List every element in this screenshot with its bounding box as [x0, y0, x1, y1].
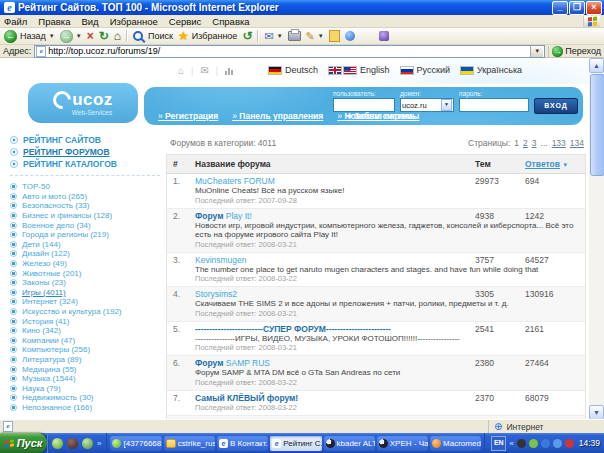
sidebar-category-link[interactable]: Города и регионы (219) — [10, 230, 160, 240]
site-stats-icon[interactable] — [225, 67, 233, 75]
menu-item[interactable]: Справка — [212, 16, 249, 27]
maximize-button[interactable]: ❐ — [569, 1, 585, 15]
header-nav-link[interactable]: Панель управления — [232, 111, 323, 121]
app-blue-tray-icon[interactable] — [541, 439, 550, 448]
sidebar-category-link[interactable]: Авто и мото (265) — [10, 192, 160, 202]
forum-title-link[interactable]: ------------------------СУПЕР ФОРУМ-----… — [195, 324, 391, 334]
back-dropdown-icon[interactable]: ▼ — [49, 33, 55, 39]
sidebar-category-link[interactable]: Бизнес и финансы (128) — [10, 211, 160, 221]
language-link[interactable]: English — [328, 65, 390, 75]
forum-title-link[interactable]: MuCheaters FORUM — [195, 176, 275, 186]
sidebar-category-link[interactable]: Железо (49) — [10, 259, 160, 269]
scrollbar-thumb[interactable] — [590, 74, 604, 176]
sidebar-section-link[interactable]: РЕЙТИНГ ФОРУМОВ — [10, 146, 160, 158]
home-button[interactable]: ⌂ — [114, 30, 121, 43]
go-button[interactable]: → Переход — [548, 46, 601, 57]
sidebar-category-link[interactable]: Искусство и культура (192) — [10, 307, 160, 317]
language-link[interactable]: Русский — [400, 65, 450, 75]
sidebar-category-link[interactable]: Медицина (55) — [10, 364, 160, 374]
site-mail-icon[interactable]: ✉ — [200, 65, 208, 76]
language-indicator[interactable]: EN — [491, 436, 506, 451]
sidebar-category-link[interactable]: Дети (144) — [10, 240, 160, 250]
forum-title-link[interactable]: Форум SAMP RUS — [195, 358, 270, 368]
forum-title-link[interactable]: Самый КЛЁВЫЙ форум! — [195, 393, 298, 403]
forward-button[interactable]: → ▼ — [60, 30, 82, 43]
forum-title-link[interactable]: Storysims2 — [195, 289, 237, 299]
page-link[interactable]: 133 — [552, 138, 566, 148]
mail-button[interactable]: ✉▼ — [264, 30, 282, 43]
page-link[interactable]: 2 — [523, 138, 528, 148]
taskbar-window-button[interactable]: cstrike_russ... — [164, 436, 215, 451]
sidebar-category-link[interactable]: Дизайн (122) — [10, 249, 160, 259]
taskbar-window-button[interactable]: Рейтинг С... — [270, 436, 321, 451]
sidebar-category-link[interactable]: Интернет (324) — [10, 297, 160, 307]
quick-launch-flower-icon[interactable] — [82, 438, 93, 449]
taskbar-window-button[interactable]: В Контакт... — [217, 436, 268, 451]
site-home-icon[interactable]: ⌂ — [178, 65, 184, 76]
edit-button[interactable]: ✎▼ — [306, 30, 324, 43]
taskbar-window-button[interactable]: ХРЕН - Чат — [377, 436, 428, 451]
sidebar-category-link[interactable]: Безопасность (33) — [10, 201, 160, 211]
quick-launch-more-icon[interactable]: » — [97, 439, 101, 448]
menu-item[interactable]: Избранное — [110, 16, 158, 27]
sidebar-category-link[interactable]: Компьютеры (256) — [10, 345, 160, 355]
forgot-password-link[interactable]: « Забыл пароль — [347, 111, 415, 121]
header-nav-link[interactable]: Регистрация — [158, 111, 218, 121]
messenger-button[interactable] — [345, 31, 355, 41]
favorites-button[interactable]: ★ Избранное — [178, 29, 237, 43]
sidebar-section-link[interactable]: РЕЙТИНГ КАТАЛОГОВ — [10, 158, 160, 170]
back-button[interactable]: ← Назад ▼ — [4, 30, 55, 43]
sidebar-category-link[interactable]: Музыка (1544) — [10, 374, 160, 384]
forum-title-link[interactable]: Kevinsmugen — [195, 255, 247, 265]
sidebar-category-link[interactable]: Военное дело (34) — [10, 220, 160, 230]
antivirus-tray-icon[interactable] — [565, 439, 574, 448]
page-link[interactable]: 134 — [570, 138, 584, 148]
login-button[interactable]: ВХОД — [534, 98, 578, 114]
forward-dropdown-icon[interactable]: ▼ — [76, 33, 82, 39]
menu-item[interactable]: Сервис — [169, 16, 202, 27]
taskbar-window-button[interactable]: [43776668... — [110, 436, 161, 451]
taskbar-window-button[interactable]: kbader ALT... — [324, 436, 375, 451]
domain-select[interactable]: ucoz.ru ▼ — [400, 98, 454, 112]
print-button[interactable] — [288, 31, 301, 41]
password-input[interactable] — [459, 98, 529, 112]
sidebar-category-link[interactable]: Игры (4011) — [10, 288, 160, 298]
stop-button[interactable]: × — [87, 29, 94, 43]
vertical-scrollbar[interactable]: ▲ ▼ — [589, 58, 604, 420]
sidebar-category-link[interactable]: TOP-50 — [10, 182, 160, 192]
icq-tray-icon[interactable] — [529, 439, 538, 448]
refresh-button[interactable]: ↻ — [99, 29, 109, 43]
sidebar-category-link[interactable]: Недвижимость (30) — [10, 393, 160, 403]
sidebar-category-link[interactable]: Кино (342) — [10, 326, 160, 336]
address-dropdown-icon[interactable]: ▼ — [530, 46, 543, 57]
menu-item[interactable]: Вид — [81, 16, 98, 27]
minimize-button[interactable]: _ — [552, 1, 568, 15]
search-button[interactable]: Поиск — [133, 31, 173, 41]
menu-item[interactable]: Файл — [4, 16, 27, 27]
sidebar-category-link[interactable]: Животные (201) — [10, 268, 160, 278]
page-link[interactable]: 3 — [532, 138, 537, 148]
page-link[interactable]: 1 — [514, 138, 519, 148]
sidebar-category-link[interactable]: Наука (79) — [10, 383, 160, 393]
header-replies-sort[interactable]: Ответов ▼ — [525, 159, 585, 169]
sidebar-category-link[interactable]: История (41) — [10, 316, 160, 326]
tray-expand-icon[interactable]: « — [509, 439, 513, 448]
language-link[interactable]: Українська — [460, 65, 522, 75]
quick-launch-app-icon[interactable] — [67, 438, 78, 449]
qip-tray-icon[interactable] — [517, 439, 526, 448]
sidebar-section-link[interactable]: РЕЙТИНГ САЙТОВ — [10, 134, 160, 146]
sidebar-category-link[interactable]: Непознанное (166) — [10, 403, 160, 413]
address-input[interactable]: e http://top.ucoz.ru/forums/19/ ▼ — [34, 45, 545, 58]
start-button[interactable]: Пуск — [0, 433, 47, 453]
history-button[interactable]: ↺ — [242, 29, 252, 43]
sidebar-category-link[interactable]: Компании (47) — [10, 336, 160, 346]
sidebar-category-link[interactable]: Законы (23) — [10, 278, 160, 288]
quick-launch-icq-icon[interactable] — [52, 438, 63, 449]
language-link[interactable]: Deutsch — [268, 65, 318, 75]
forum-title-link[interactable]: Форум Play It! — [195, 211, 252, 221]
extra-tool-button[interactable] — [379, 31, 389, 41]
ucoz-logo[interactable]: ucoz Web-Services — [28, 83, 138, 123]
sidebar-category-link[interactable]: Литература (89) — [10, 355, 160, 365]
menu-item[interactable]: Правка — [38, 16, 70, 27]
scroll-up-icon[interactable]: ▲ — [589, 58, 604, 73]
